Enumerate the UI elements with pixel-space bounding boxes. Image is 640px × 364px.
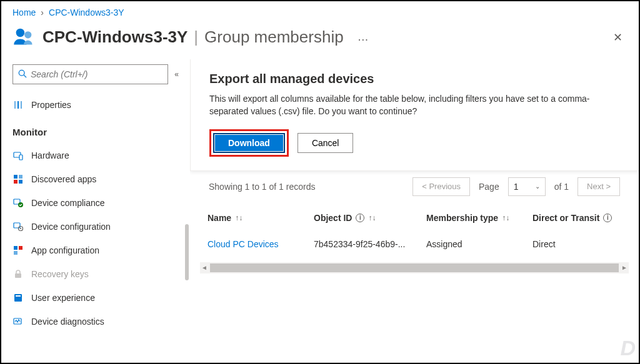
col-objectid[interactable]: Object ID i ↑↓ (314, 213, 426, 223)
page-label: Page (479, 182, 499, 192)
table-header: Name ↑↓ Object ID i ↑↓ Membership type ↑… (208, 205, 629, 231)
svg-rect-12 (19, 180, 22, 184)
svg-point-2 (19, 70, 24, 76)
page-title: CPC-Windows3-3Y (42, 27, 188, 47)
svg-point-14 (18, 202, 23, 207)
section-monitor: Monitor (12, 127, 179, 137)
sidebar-item-label: Hardware (31, 150, 69, 160)
close-icon[interactable]: ✕ (608, 28, 628, 47)
dialog-title: Export all managed devices (209, 72, 620, 86)
sidebar-item-label: User experience (31, 293, 95, 303)
search-icon (18, 69, 27, 80)
of-label: of 1 (554, 182, 569, 192)
col-name[interactable]: Name ↑↓ (208, 213, 314, 223)
cell-membership: Assigned (426, 239, 532, 249)
search-input-wrap[interactable] (12, 64, 168, 84)
page-subtitle: Group membership (204, 27, 344, 47)
sidebar: « Properties Monitor Hardware Discovered… (1, 59, 190, 364)
sidebar-item-label: Discovered apps (31, 174, 96, 184)
export-dialog: Export all managed devices This will exp… (190, 59, 639, 171)
sidebar-item-label: Device diagnostics (31, 317, 104, 327)
appconfig-icon (12, 245, 24, 255)
download-button[interactable]: Download (213, 133, 285, 153)
svg-rect-8 (19, 155, 22, 160)
svg-point-17 (20, 228, 21, 229)
sort-icon: ↑↓ (502, 214, 509, 222)
page-value: 1 (514, 182, 519, 192)
table-row[interactable]: Cloud PC Devices 7b452334-9f25-46b9-... … (208, 231, 629, 257)
svg-rect-21 (15, 273, 21, 278)
horizontal-scrollbar[interactable]: ◄ ► (200, 262, 629, 273)
breadcrumb-current[interactable]: CPC-Windows3-3Y (49, 7, 124, 17)
next-button[interactable]: Next > (578, 177, 620, 196)
svg-rect-9 (14, 175, 18, 179)
breadcrumb-sep-icon: › (41, 7, 44, 17)
scroll-left-icon[interactable]: ◄ (201, 264, 208, 271)
highlight-annotation: Download (209, 129, 289, 157)
sidebar-item-device-diagnostics[interactable]: Device diagnostics (12, 310, 179, 333)
page-header: CPC-Windows3-3Y | Group membership … ✕ (1, 21, 639, 59)
dialog-body: This will export all columns available f… (209, 92, 620, 118)
sidebar-scrollbar[interactable] (185, 134, 189, 358)
svg-rect-4 (14, 101, 16, 109)
svg-rect-6 (21, 101, 22, 109)
svg-point-1 (24, 31, 31, 38)
info-icon: i (356, 214, 364, 222)
sidebar-item-label: Device compliance (31, 198, 105, 208)
membership-table: Name ↑↓ Object ID i ↑↓ Membership type ↑… (190, 202, 639, 257)
collapse-sidebar-icon[interactable]: « (174, 70, 179, 79)
breadcrumb-home[interactable]: Home (12, 7, 36, 17)
diagnostics-icon (12, 317, 24, 327)
svg-rect-22 (14, 294, 22, 302)
sidebar-item-user-experience[interactable]: User experience (12, 286, 179, 310)
sidebar-item-recovery-keys: Recovery keys (12, 262, 179, 286)
watermark: D (620, 336, 635, 360)
sort-icon: ↑↓ (235, 214, 242, 222)
more-button[interactable]: … (351, 31, 376, 44)
scroll-right-icon[interactable]: ► (621, 264, 628, 271)
record-summary: Showing 1 to 1 of 1 records (209, 182, 315, 192)
sidebar-item-label: Recovery keys (31, 269, 89, 279)
cancel-button[interactable]: Cancel (298, 133, 354, 153)
svg-rect-5 (18, 101, 19, 109)
pager: Showing 1 to 1 of 1 records < Previous P… (190, 171, 639, 202)
compliance-icon (12, 198, 24, 208)
prev-button[interactable]: < Previous (412, 177, 470, 196)
device-icon (12, 150, 24, 160)
group-icon (12, 25, 35, 49)
lock-icon (12, 269, 24, 279)
svg-rect-20 (14, 251, 18, 255)
main-content: Export all managed devices This will exp… (190, 59, 639, 364)
sort-icon: ↑↓ (368, 214, 376, 222)
svg-rect-10 (19, 175, 22, 179)
svg-rect-18 (14, 246, 18, 250)
cell-direct: Direct (532, 239, 614, 249)
svg-rect-11 (14, 180, 18, 184)
page-select[interactable]: 1 ⌄ (508, 177, 546, 196)
gear-device-icon (12, 222, 24, 232)
sidebar-item-hardware[interactable]: Hardware (12, 144, 179, 167)
svg-point-0 (16, 29, 25, 37)
sidebar-item-label: App configuration (31, 245, 99, 255)
apps-icon (12, 174, 24, 184)
svg-rect-23 (16, 295, 21, 297)
sidebar-item-device-compliance[interactable]: Device compliance (12, 191, 179, 215)
book-icon (12, 293, 24, 303)
sidebar-item-label: Properties (31, 100, 71, 110)
sidebar-item-discovered-apps[interactable]: Discovered apps (12, 167, 179, 191)
info-icon: i (603, 214, 612, 222)
sidebar-item-device-configuration[interactable]: Device configuration (12, 215, 179, 239)
cell-objectid: 7b452334-9f25-46b9-... (314, 239, 426, 249)
sidebar-item-properties[interactable]: Properties (12, 93, 179, 117)
search-input[interactable] (31, 69, 162, 79)
sliders-icon (12, 100, 24, 110)
svg-rect-19 (19, 246, 22, 250)
cell-name[interactable]: Cloud PC Devices (208, 239, 314, 249)
svg-line-3 (24, 75, 26, 77)
breadcrumb: Home › CPC-Windows3-3Y (1, 1, 639, 21)
sidebar-item-label: Device configuration (31, 222, 111, 232)
col-direct[interactable]: Direct or Transit i (532, 213, 614, 223)
col-membership[interactable]: Membership type ↑↓ (426, 213, 532, 223)
sidebar-item-app-configuration[interactable]: App configuration (12, 239, 179, 262)
chevron-down-icon: ⌄ (535, 183, 540, 190)
